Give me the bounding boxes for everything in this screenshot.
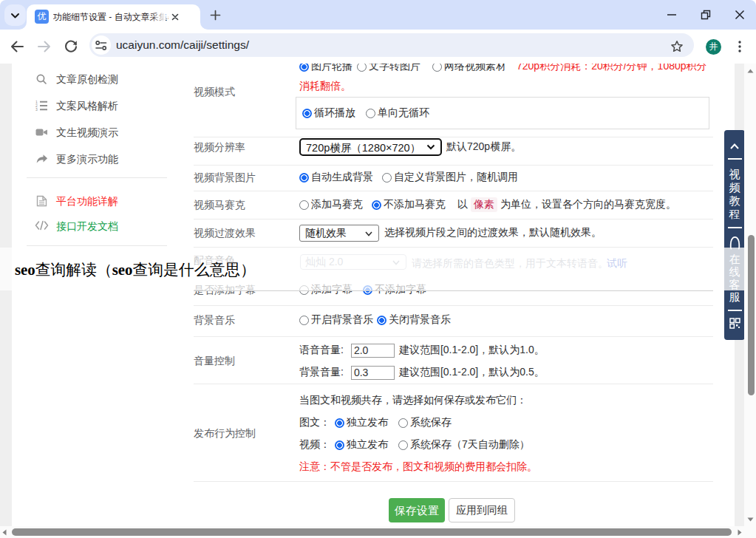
svg-text:3: 3 xyxy=(35,107,38,112)
